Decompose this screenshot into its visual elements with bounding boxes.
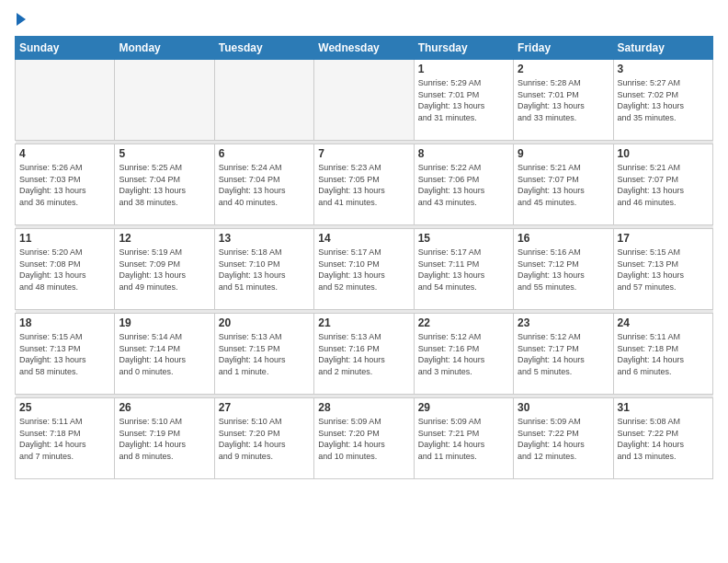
calendar-cell: 31Sunrise: 5:08 AM Sunset: 7:22 PM Dayli… [613,398,712,479]
weekday-header-sunday: Sunday [16,37,115,60]
day-info: Sunrise: 5:11 AM Sunset: 7:18 PM Dayligh… [618,331,709,377]
day-info: Sunrise: 5:12 AM Sunset: 7:16 PM Dayligh… [418,331,509,377]
calendar-cell [314,60,414,141]
calendar-cell: 9Sunrise: 5:21 AM Sunset: 7:07 PM Daylig… [514,144,613,225]
day-number: 18 [19,316,110,329]
weekday-header-tuesday: Tuesday [214,37,313,60]
calendar-cell: 3Sunrise: 5:27 AM Sunset: 7:02 PM Daylig… [613,60,712,141]
day-info: Sunrise: 5:27 AM Sunset: 7:02 PM Dayligh… [618,77,709,123]
day-number: 9 [518,147,609,160]
calendar-cell: 24Sunrise: 5:11 AM Sunset: 7:18 PM Dayli… [613,314,712,395]
header [15,9,713,29]
day-info: Sunrise: 5:15 AM Sunset: 7:13 PM Dayligh… [618,247,709,293]
logo-arrow-icon [17,13,26,26]
calendar-cell: 12Sunrise: 5:19 AM Sunset: 7:09 PM Dayli… [115,229,214,310]
day-number: 21 [318,316,409,329]
calendar-cell: 10Sunrise: 5:21 AM Sunset: 7:07 PM Dayli… [613,144,712,225]
calendar-cell: 26Sunrise: 5:10 AM Sunset: 7:19 PM Dayli… [115,398,214,479]
calendar-cell: 23Sunrise: 5:12 AM Sunset: 7:17 PM Dayli… [514,314,613,395]
day-number: 14 [318,232,409,245]
day-number: 23 [518,316,609,329]
calendar: SundayMondayTuesdayWednesdayThursdayFrid… [15,36,713,479]
calendar-cell: 13Sunrise: 5:18 AM Sunset: 7:10 PM Dayli… [214,229,313,310]
calendar-cell: 1Sunrise: 5:29 AM Sunset: 7:01 PM Daylig… [414,60,513,141]
day-number: 15 [418,232,509,245]
day-info: Sunrise: 5:28 AM Sunset: 7:01 PM Dayligh… [518,77,609,123]
day-info: Sunrise: 5:25 AM Sunset: 7:04 PM Dayligh… [119,162,210,208]
day-number: 29 [418,401,509,414]
day-info: Sunrise: 5:17 AM Sunset: 7:10 PM Dayligh… [318,247,409,293]
calendar-cell: 18Sunrise: 5:15 AM Sunset: 7:13 PM Dayli… [16,314,115,395]
day-number: 19 [119,316,210,329]
page: SundayMondayTuesdayWednesdayThursdayFrid… [0,0,728,563]
logo [15,9,26,29]
day-number: 22 [418,316,509,329]
day-info: Sunrise: 5:19 AM Sunset: 7:09 PM Dayligh… [119,247,210,293]
day-info: Sunrise: 5:08 AM Sunset: 7:22 PM Dayligh… [618,416,709,462]
day-number: 3 [618,63,709,75]
calendar-cell: 27Sunrise: 5:10 AM Sunset: 7:20 PM Dayli… [214,398,313,479]
day-number: 13 [219,232,310,245]
calendar-cell: 4Sunrise: 5:26 AM Sunset: 7:03 PM Daylig… [16,144,115,225]
calendar-cell [214,60,313,141]
calendar-cell: 17Sunrise: 5:15 AM Sunset: 7:13 PM Dayli… [613,229,712,310]
day-number: 25 [19,401,110,414]
day-number: 20 [219,316,310,329]
calendar-cell: 6Sunrise: 5:24 AM Sunset: 7:04 PM Daylig… [214,144,313,225]
day-info: Sunrise: 5:29 AM Sunset: 7:01 PM Dayligh… [418,77,509,123]
day-info: Sunrise: 5:09 AM Sunset: 7:22 PM Dayligh… [518,416,609,462]
day-number: 2 [518,63,609,75]
day-info: Sunrise: 5:17 AM Sunset: 7:11 PM Dayligh… [418,247,509,293]
week-row-4: 18Sunrise: 5:15 AM Sunset: 7:13 PM Dayli… [16,314,713,395]
day-number: 8 [418,147,509,160]
calendar-cell: 28Sunrise: 5:09 AM Sunset: 7:20 PM Dayli… [314,398,414,479]
day-number: 6 [219,147,310,160]
day-number: 10 [618,147,709,160]
day-info: Sunrise: 5:11 AM Sunset: 7:18 PM Dayligh… [19,416,110,462]
weekday-header-saturday: Saturday [613,37,712,60]
day-info: Sunrise: 5:21 AM Sunset: 7:07 PM Dayligh… [518,162,609,208]
calendar-cell: 19Sunrise: 5:14 AM Sunset: 7:14 PM Dayli… [115,314,214,395]
calendar-cell: 20Sunrise: 5:13 AM Sunset: 7:15 PM Dayli… [214,314,313,395]
day-info: Sunrise: 5:26 AM Sunset: 7:03 PM Dayligh… [19,162,110,208]
calendar-cell [16,60,115,141]
day-info: Sunrise: 5:13 AM Sunset: 7:15 PM Dayligh… [219,331,310,377]
day-number: 28 [318,401,409,414]
calendar-cell: 22Sunrise: 5:12 AM Sunset: 7:16 PM Dayli… [414,314,513,395]
week-row-2: 4Sunrise: 5:26 AM Sunset: 7:03 PM Daylig… [16,144,713,225]
day-info: Sunrise: 5:24 AM Sunset: 7:04 PM Dayligh… [219,162,310,208]
calendar-cell: 2Sunrise: 5:28 AM Sunset: 7:01 PM Daylig… [514,60,613,141]
day-number: 17 [618,232,709,245]
week-row-1: 1Sunrise: 5:29 AM Sunset: 7:01 PM Daylig… [16,60,713,141]
day-info: Sunrise: 5:13 AM Sunset: 7:16 PM Dayligh… [318,331,409,377]
day-info: Sunrise: 5:14 AM Sunset: 7:14 PM Dayligh… [119,331,210,377]
day-number: 7 [318,147,409,160]
day-number: 30 [518,401,609,414]
day-info: Sunrise: 5:21 AM Sunset: 7:07 PM Dayligh… [618,162,709,208]
logo-text [15,9,26,29]
calendar-cell: 21Sunrise: 5:13 AM Sunset: 7:16 PM Dayli… [314,314,414,395]
calendar-cell: 8Sunrise: 5:22 AM Sunset: 7:06 PM Daylig… [414,144,513,225]
calendar-cell: 25Sunrise: 5:11 AM Sunset: 7:18 PM Dayli… [16,398,115,479]
calendar-cell: 15Sunrise: 5:17 AM Sunset: 7:11 PM Dayli… [414,229,513,310]
calendar-cell: 16Sunrise: 5:16 AM Sunset: 7:12 PM Dayli… [514,229,613,310]
calendar-cell [115,60,214,141]
day-number: 12 [119,232,210,245]
day-number: 24 [618,316,709,329]
day-number: 27 [219,401,310,414]
day-info: Sunrise: 5:16 AM Sunset: 7:12 PM Dayligh… [518,247,609,293]
day-info: Sunrise: 5:22 AM Sunset: 7:06 PM Dayligh… [418,162,509,208]
day-number: 4 [19,147,110,160]
weekday-header-thursday: Thursday [414,37,513,60]
calendar-cell: 7Sunrise: 5:23 AM Sunset: 7:05 PM Daylig… [314,144,414,225]
day-info: Sunrise: 5:09 AM Sunset: 7:20 PM Dayligh… [318,416,409,462]
week-row-3: 11Sunrise: 5:20 AM Sunset: 7:08 PM Dayli… [16,229,713,310]
weekday-header-row: SundayMondayTuesdayWednesdayThursdayFrid… [16,37,713,60]
calendar-cell: 30Sunrise: 5:09 AM Sunset: 7:22 PM Dayli… [514,398,613,479]
day-number: 5 [119,147,210,160]
calendar-cell: 29Sunrise: 5:09 AM Sunset: 7:21 PM Dayli… [414,398,513,479]
calendar-cell: 14Sunrise: 5:17 AM Sunset: 7:10 PM Dayli… [314,229,414,310]
weekday-header-monday: Monday [115,37,214,60]
day-info: Sunrise: 5:09 AM Sunset: 7:21 PM Dayligh… [418,416,509,462]
day-number: 31 [618,401,709,414]
